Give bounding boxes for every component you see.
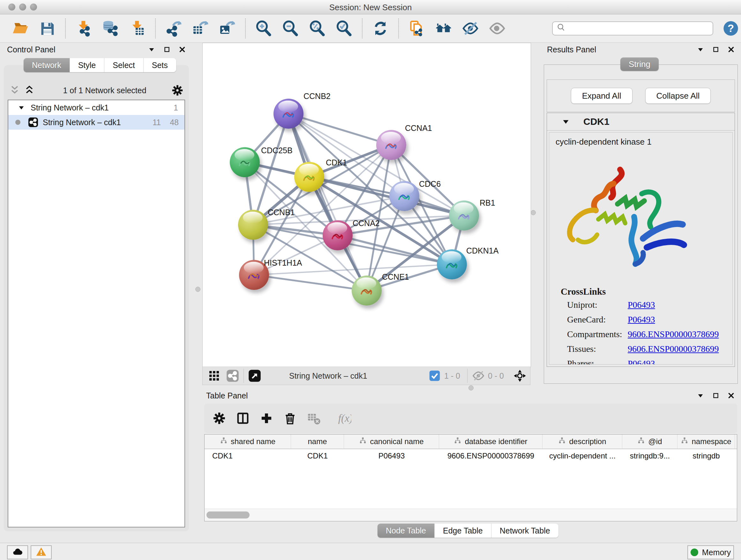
help-button[interactable]: ? (723, 20, 739, 37)
column-header-id[interactable]: @id (622, 435, 677, 449)
control-panel-collapse-icon[interactable] (147, 45, 156, 54)
cloud-status-button[interactable] (7, 545, 28, 559)
table-cell[interactable]: cyclin-dependent ... (542, 451, 622, 460)
node-entry-header[interactable]: CDK1 (547, 113, 735, 131)
crosslink-link[interactable]: P06493 (628, 300, 655, 314)
tab-select[interactable]: Select (104, 58, 143, 72)
column-header-database-identifier[interactable]: database identifier (439, 435, 542, 449)
network-edge[interactable] (288, 114, 391, 145)
birdseye-navigator-icon[interactable] (248, 369, 262, 383)
collapse-all-networks-icon[interactable] (9, 84, 20, 96)
control-panel-close-icon[interactable] (178, 45, 187, 54)
zoom-fit-button[interactable] (308, 19, 326, 37)
search-box[interactable] (552, 21, 713, 36)
network-node-CCNA1[interactable] (376, 130, 406, 160)
export-network-button[interactable] (165, 19, 183, 37)
table-panel-collapse-icon[interactable] (696, 391, 705, 400)
network-edge[interactable] (254, 275, 367, 291)
zoom-in-button[interactable] (255, 19, 273, 37)
expand-all-button[interactable]: Expand All (571, 88, 632, 104)
crosslink-link[interactable]: 9606.ENSP00000378699 (628, 329, 719, 344)
add-column-icon[interactable] (259, 411, 274, 426)
expand-all-networks-icon[interactable] (23, 84, 35, 96)
network-collection-row[interactable]: String Network – cdk1 1 (8, 100, 185, 115)
network-row-selected[interactable]: String Network – cdk1 11 48 (8, 115, 185, 130)
node-table[interactable]: shared namenamecanonical namedatabase id… (204, 434, 737, 521)
tab-sets[interactable]: Sets (143, 58, 176, 72)
memory-button[interactable]: Memory (687, 545, 734, 559)
network-from-selection-button[interactable] (408, 19, 426, 37)
table-cell[interactable]: P06493 (344, 451, 439, 460)
table-settings-gear-icon[interactable] (212, 411, 226, 426)
import-network-file-button[interactable] (75, 19, 92, 37)
hidden-eye-slash-icon[interactable] (471, 369, 485, 383)
export-table-button[interactable] (192, 19, 209, 37)
search-input[interactable] (569, 23, 713, 33)
grid-view-icon[interactable] (207, 369, 221, 383)
group-nodes-button[interactable] (434, 19, 453, 37)
fit-selected-crosshair-icon[interactable] (513, 369, 527, 383)
save-session-button[interactable] (38, 19, 56, 37)
selected-checkbox-icon[interactable] (428, 369, 442, 383)
network-node-CDC6[interactable] (389, 181, 419, 211)
import-table-file-button[interactable] (128, 19, 146, 37)
export-image-button[interactable] (218, 19, 236, 37)
zoom-out-button[interactable] (281, 19, 299, 37)
network-view-canvas[interactable]: CCNB2CCNA1CDC25BCDK1CDC6RB1CCNB1CCNA2CDK… (202, 43, 531, 367)
column-header-name[interactable]: name (291, 435, 344, 449)
tab-network-table[interactable]: Network Table (491, 523, 558, 538)
zoom-selected-button[interactable] (335, 19, 353, 37)
column-header-canonical-name[interactable]: canonical name (344, 435, 439, 449)
crosslink-link[interactable]: 9606.ENSP00000378699 (628, 344, 719, 359)
tab-edge-table[interactable]: Edge Table (434, 523, 491, 538)
crosslink-link[interactable]: P06493 (628, 359, 655, 365)
scrollbar-thumb[interactable] (206, 511, 250, 518)
table-cell[interactable]: CDK1 (205, 451, 291, 460)
column-header-description[interactable]: description (542, 435, 622, 449)
import-network-database-button[interactable] (102, 19, 119, 37)
right-divider-handle[interactable] (531, 210, 536, 215)
column-header-namespace[interactable]: namespace (677, 435, 735, 449)
network-node-CCNB1[interactable] (238, 210, 268, 240)
tab-style[interactable]: Style (70, 58, 105, 72)
refresh-view-button[interactable] (372, 19, 389, 37)
entry-expander-icon[interactable] (561, 117, 570, 126)
table-row[interactable]: CDK1CDK1P064939606.ENSP00000378699cyclin… (205, 449, 737, 462)
network-node-CDKN1A[interactable] (437, 249, 467, 279)
tab-node-table[interactable]: Node Table (378, 523, 434, 538)
network-node-CCNE1[interactable] (352, 275, 382, 306)
warnings-button[interactable] (30, 545, 52, 559)
table-panel-float-icon[interactable] (711, 391, 721, 400)
results-panel-collapse-icon[interactable] (696, 45, 705, 54)
open-session-button[interactable] (11, 19, 29, 37)
collapse-all-button[interactable]: Collapse All (645, 88, 711, 104)
network-options-gear-icon[interactable] (171, 84, 184, 97)
table-panel-close-icon[interactable] (726, 391, 736, 400)
table-cell[interactable]: CDK1 (291, 451, 344, 460)
network-node-RB1[interactable] (449, 200, 479, 231)
delete-column-icon[interactable] (283, 411, 297, 426)
hide-selected-button[interactable] (461, 19, 479, 37)
network-node-CDK1[interactable] (294, 162, 324, 192)
control-panel-float-icon[interactable] (162, 45, 172, 54)
table-cell[interactable]: stringdb:9... (622, 451, 677, 460)
tab-network[interactable]: Network (23, 58, 70, 72)
network-node-CCNB2[interactable] (273, 99, 304, 129)
table-horizontal-scrollbar[interactable] (205, 509, 737, 521)
column-header-shared-name[interactable]: shared name (205, 435, 291, 449)
network-node-CDC25B[interactable] (230, 147, 260, 177)
show-all-button[interactable] (488, 19, 506, 37)
tab-string[interactable]: String (620, 57, 659, 71)
crosslink-link[interactable]: P06493 (628, 314, 655, 329)
show-columns-icon[interactable] (235, 411, 250, 426)
table-cell[interactable]: 9606.ENSP00000378699 (439, 451, 542, 460)
network-node-CCNA2[interactable] (323, 220, 353, 250)
collection-expander-icon[interactable] (17, 104, 25, 112)
table-cell[interactable]: stringdb (677, 451, 735, 460)
horizontal-divider-handle[interactable] (468, 385, 474, 390)
title-bar[interactable]: Session: New Session (0, 0, 741, 14)
left-divider-handle[interactable] (195, 287, 200, 292)
network-overview-icon[interactable] (226, 369, 240, 383)
results-panel-close-icon[interactable] (726, 45, 736, 54)
results-panel-float-icon[interactable] (711, 45, 721, 54)
